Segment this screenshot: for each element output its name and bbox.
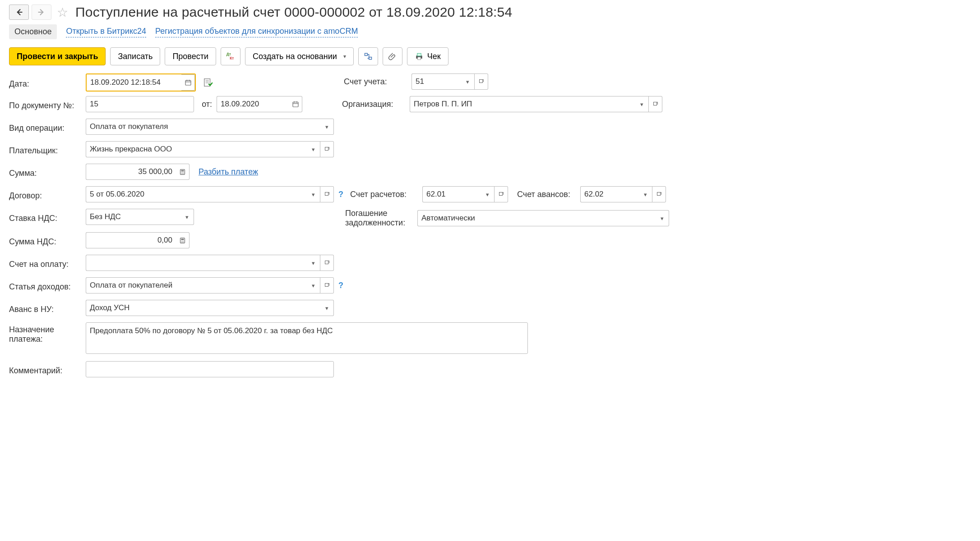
- account-input[interactable]: 51: [411, 73, 461, 90]
- label-date: Дата:: [9, 77, 81, 89]
- open-icon: [324, 147, 330, 152]
- contract-help[interactable]: ?: [338, 190, 343, 199]
- post-button[interactable]: Провести: [165, 47, 216, 65]
- debt-repay-dropdown[interactable]: ▾: [656, 210, 669, 226]
- tab-amocrm[interactable]: Регистрация объектов для синхронизации с…: [155, 27, 358, 37]
- payer-dropdown[interactable]: ▾: [307, 141, 320, 157]
- page-title: Поступление на расчетный счет 0000-00000…: [75, 5, 512, 20]
- invoice-dropdown[interactable]: ▾: [307, 255, 320, 271]
- svg-rect-32: [325, 193, 328, 196]
- split-payment-link[interactable]: Разбить платеж: [199, 167, 258, 177]
- advance-acc-open[interactable]: [652, 186, 666, 202]
- tab-bitrix24[interactable]: Открыть в Битрикс24: [66, 27, 146, 37]
- income-item-dropdown[interactable]: ▾: [307, 277, 320, 293]
- vat-rate-input[interactable]: Без НДС: [86, 209, 180, 225]
- svg-rect-43: [325, 261, 328, 264]
- invoice-open[interactable]: [320, 255, 334, 271]
- income-item-open[interactable]: [320, 277, 334, 293]
- svg-point-39: [183, 241, 184, 242]
- payer-input[interactable]: Жизнь прекрасна ООО: [86, 141, 307, 157]
- doc-date-calendar[interactable]: [289, 96, 302, 112]
- svg-point-42: [183, 242, 184, 243]
- svg-point-30: [182, 173, 183, 174]
- structure-button[interactable]: [358, 47, 378, 65]
- create-based-on-button[interactable]: Создать на основании: [245, 47, 354, 65]
- invoice-input[interactable]: [86, 255, 307, 271]
- account-open[interactable]: [475, 73, 488, 90]
- vat-rate-dropdown[interactable]: ▾: [180, 209, 194, 225]
- favorite-star-icon[interactable]: ☆: [57, 5, 68, 20]
- label-advance-acc: Счет авансов:: [517, 190, 576, 199]
- debit-credit-icon: Дт Кт: [226, 51, 236, 61]
- label-org: Организация:: [342, 100, 405, 109]
- svg-point-37: [181, 241, 182, 242]
- settlement-acc-open[interactable]: [495, 186, 508, 202]
- svg-point-31: [183, 173, 184, 174]
- label-payer: Плательщик:: [9, 143, 81, 156]
- paperclip-icon: [388, 52, 397, 61]
- contract-dropdown[interactable]: ▾: [307, 186, 320, 202]
- advance-nu-input[interactable]: Доход УСН: [86, 300, 320, 316]
- doc-no-input[interactable]: 15: [86, 96, 194, 112]
- link-icon: [364, 52, 373, 61]
- payer-open[interactable]: [320, 141, 334, 157]
- date-input[interactable]: 18.09.2020 12:18:54: [87, 74, 181, 91]
- open-icon: [499, 192, 504, 197]
- label-debt-repay: Погашение задолженности:: [345, 209, 413, 228]
- label-invoice: Счет на оплату:: [9, 257, 81, 269]
- svg-rect-25: [181, 170, 184, 171]
- sum-input[interactable]: 35 000,00: [86, 164, 176, 180]
- svg-point-27: [182, 172, 183, 173]
- income-item-help[interactable]: ?: [338, 281, 343, 290]
- advance-acc-dropdown[interactable]: ▾: [639, 186, 652, 202]
- label-vat-rate: Ставка НДС:: [9, 211, 81, 223]
- contract-input[interactable]: 5 от 05.06.2020: [86, 186, 307, 202]
- org-dropdown[interactable]: ▾: [635, 96, 649, 112]
- check-button[interactable]: Чек: [407, 47, 448, 65]
- label-vat-sum: Сумма НДС:: [9, 234, 81, 247]
- svg-rect-34: [657, 193, 660, 196]
- settlement-acc-dropdown[interactable]: ▾: [481, 186, 495, 202]
- op-type-dropdown[interactable]: ▾: [320, 119, 334, 135]
- contract-open[interactable]: [320, 186, 334, 202]
- nav-forward-button[interactable]: [32, 5, 51, 20]
- svg-rect-9: [185, 80, 191, 85]
- debt-repay-input[interactable]: Автоматически: [417, 210, 656, 226]
- vat-sum-calculator[interactable]: [176, 232, 190, 248]
- svg-rect-7: [417, 53, 421, 56]
- save-button[interactable]: Записать: [110, 47, 160, 65]
- income-item-input[interactable]: Оплата от покупателей: [86, 277, 307, 293]
- advance-nu-dropdown[interactable]: ▾: [320, 300, 334, 316]
- label-op-type: Вид операции:: [9, 121, 81, 133]
- account-dropdown[interactable]: ▾: [461, 73, 475, 90]
- calendar-button[interactable]: [181, 74, 195, 91]
- tab-main[interactable]: Основное: [9, 24, 57, 39]
- label-advance-nu: Аванс в НУ:: [9, 302, 81, 314]
- settlement-acc-input[interactable]: 62.01: [422, 186, 481, 202]
- doc-date-input[interactable]: 18.09.2020: [217, 96, 289, 112]
- attachment-button[interactable]: [383, 47, 402, 65]
- dtkt-button[interactable]: Дт Кт: [221, 47, 240, 65]
- calendar-icon: [185, 79, 192, 86]
- comment-input[interactable]: [86, 361, 334, 377]
- vat-sum-input[interactable]: 0,00: [86, 232, 176, 248]
- sum-calculator[interactable]: [176, 164, 190, 180]
- svg-rect-23: [325, 147, 328, 151]
- open-icon: [324, 192, 330, 197]
- open-icon: [479, 79, 484, 84]
- svg-point-41: [182, 242, 183, 243]
- nav-back-button[interactable]: [9, 5, 29, 20]
- svg-point-26: [181, 172, 182, 173]
- svg-point-40: [181, 242, 182, 243]
- org-open[interactable]: [649, 96, 662, 112]
- advance-acc-input[interactable]: 62.02: [580, 186, 639, 202]
- svg-point-28: [183, 172, 184, 173]
- label-contract: Договор:: [9, 188, 81, 201]
- purpose-textarea[interactable]: Предоплата 50% по договору № 5 от 05.06.…: [86, 322, 528, 354]
- svg-point-38: [182, 241, 183, 242]
- svg-rect-44: [325, 284, 328, 287]
- op-type-input[interactable]: Оплата от покупателя: [86, 119, 320, 135]
- org-input[interactable]: Петров П. П. ИП: [410, 96, 635, 112]
- svg-rect-33: [499, 193, 502, 196]
- post-and-close-button[interactable]: Провести и закрыть: [9, 47, 106, 65]
